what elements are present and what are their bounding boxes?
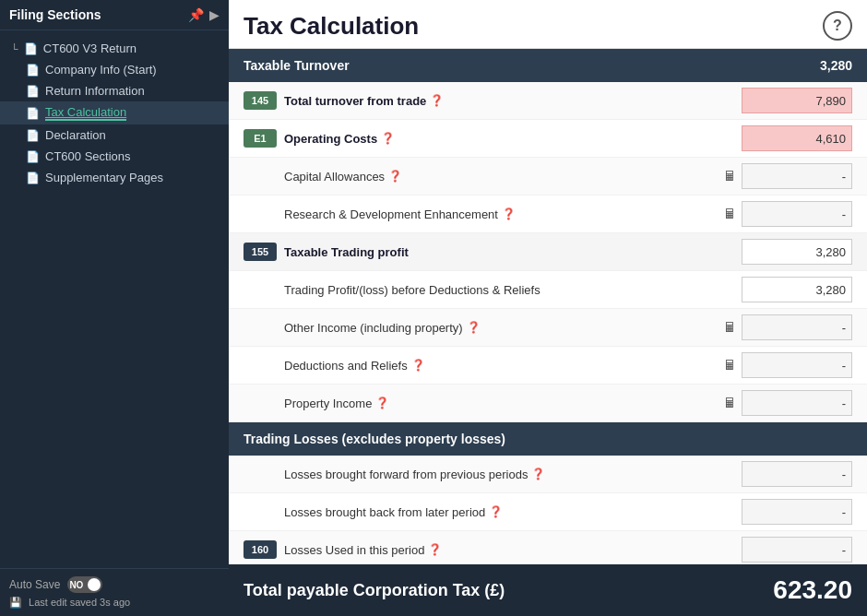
section-header-taxable-turnover: Taxable Turnover 3,280 bbox=[229, 49, 867, 82]
calc-icon[interactable]: 🖩 bbox=[723, 207, 736, 221]
field-deductions-reliefs: Deductions and Reliefs ❓ 🖩 bbox=[229, 347, 867, 385]
help-icon[interactable]: ❓ bbox=[428, 543, 442, 556]
field-label: Capital Allowances ❓ bbox=[284, 170, 723, 184]
field-label: Operating Costs ❓ bbox=[284, 132, 742, 146]
field-badge-e1: E1 bbox=[243, 129, 277, 148]
field-taxable-trading-profit: 155 Taxable Trading profit bbox=[229, 233, 867, 271]
field-label: Losses brought forward from previous per… bbox=[284, 468, 742, 481]
sidebar-item-label: Company Info (Start) bbox=[45, 63, 157, 77]
field-total-turnover: 145 Total turnover from trade ❓ bbox=[229, 82, 867, 120]
calc-icon[interactable]: 🖩 bbox=[723, 320, 736, 335]
sidebar-item-label: CT600 V3 Return bbox=[43, 41, 137, 55]
field-losses-forward: Losses brought forward from previous per… bbox=[229, 456, 867, 493]
field-input-losses-used[interactable] bbox=[742, 537, 852, 563]
main-content: Tax Calculation ? Taxable Turnover 3,280… bbox=[229, 0, 867, 616]
field-input-capital-allowances[interactable] bbox=[742, 163, 852, 189]
help-icon[interactable]: ❓ bbox=[531, 468, 545, 480]
help-icon[interactable]: ❓ bbox=[381, 132, 395, 145]
field-input-rd[interactable] bbox=[742, 201, 852, 227]
field-input-losses-forward[interactable] bbox=[742, 461, 852, 487]
field-label: Total turnover from trade ❓ bbox=[284, 94, 742, 108]
sidebar-title: Filing Sections bbox=[9, 7, 101, 22]
sidebar-item-ct600[interactable]: └ 📄 CT600 V3 Return bbox=[0, 38, 229, 59]
sidebar-footer: Auto Save NO 💾 Last edit saved 3s ago bbox=[0, 568, 229, 616]
last-edit-text: Last edit saved 3s ago bbox=[29, 597, 130, 608]
sidebar-item-label: Declaration bbox=[45, 128, 106, 142]
field-badge-160: 160 bbox=[243, 540, 277, 559]
total-footer: Total payable Corporation Tax (£) 623.20 bbox=[229, 564, 867, 616]
sidebar-item-ct600sections[interactable]: 📄 CT600 Sections bbox=[0, 146, 229, 167]
field-badge-145: 145 bbox=[243, 91, 277, 110]
total-label: Total payable Corporation Tax (£) bbox=[243, 581, 505, 600]
sidebar-item-return[interactable]: 📄 Return Information bbox=[0, 80, 229, 101]
doc-icon: 📄 bbox=[26, 172, 40, 184]
calc-icon[interactable]: 🖩 bbox=[723, 396, 736, 410]
sidebar-item-label: CT600 Sections bbox=[45, 149, 131, 163]
help-icon[interactable]: ❓ bbox=[489, 505, 503, 518]
doc-icon: 📄 bbox=[26, 64, 40, 77]
doc-icon: 📄 bbox=[26, 150, 40, 163]
sidebar-item-label: Return Information bbox=[45, 84, 145, 98]
help-icon[interactable]: ❓ bbox=[502, 207, 516, 220]
help-icon[interactable]: ❓ bbox=[467, 321, 481, 334]
help-icon[interactable]: ❓ bbox=[430, 94, 444, 107]
save-icon: 💾 bbox=[9, 597, 22, 608]
field-input-deductions[interactable] bbox=[742, 352, 852, 378]
field-label: Deductions and Reliefs ❓ bbox=[284, 359, 723, 373]
field-label: Losses brought back from later period ❓ bbox=[284, 505, 742, 519]
field-trading-profit-loss: Trading Profit/(loss) before Deductions … bbox=[229, 271, 867, 309]
section-header-trading-losses: Trading Losses (excludes property losses… bbox=[229, 422, 867, 456]
field-label: Research & Development Enhancement ❓ bbox=[284, 207, 723, 221]
field-label: Property Income ❓ bbox=[284, 397, 723, 410]
tree-expand-icon: └ bbox=[11, 43, 18, 54]
sidebar: Filing Sections 📌 ▶ └ 📄 CT600 V3 Return … bbox=[0, 0, 229, 616]
sidebar-item-label: Tax Calculation bbox=[45, 105, 126, 121]
field-input-total-turnover[interactable] bbox=[742, 88, 852, 113]
field-operating-costs: E1 Operating Costs ❓ bbox=[229, 120, 867, 158]
sidebar-item-declaration[interactable]: 📄 Declaration bbox=[0, 124, 229, 146]
field-rd-enhancement: Research & Development Enhancement ❓ 🖩 bbox=[229, 195, 867, 233]
sidebar-item-taxcalc[interactable]: 📄 Tax Calculation bbox=[0, 101, 229, 124]
sidebar-header: Filing Sections 📌 ▶ bbox=[0, 0, 229, 30]
field-property-income: Property Income ❓ 🖩 bbox=[229, 385, 867, 422]
field-label: Losses Used in this period ❓ bbox=[284, 543, 742, 557]
help-button[interactable]: ? bbox=[823, 11, 852, 41]
help-icon[interactable]: ❓ bbox=[388, 170, 402, 183]
field-losses-used: 160 Losses Used in this period ❓ bbox=[229, 531, 867, 564]
page-title: Tax Calculation bbox=[243, 12, 419, 41]
field-input-trading-profit[interactable] bbox=[742, 277, 852, 302]
calc-icon[interactable]: 🖩 bbox=[723, 358, 736, 373]
expand-icon[interactable]: ▶ bbox=[209, 7, 220, 22]
field-input-taxable-trading[interactable] bbox=[742, 239, 852, 265]
doc-icon: 📄 bbox=[26, 129, 40, 142]
field-input-other-income[interactable] bbox=[742, 314, 852, 340]
sidebar-item-company[interactable]: 📄 Company Info (Start) bbox=[0, 59, 229, 80]
toggle-label: NO bbox=[69, 580, 83, 590]
field-capital-allowances: Capital Allowances ❓ 🖩 bbox=[229, 158, 867, 195]
help-icon[interactable]: ❓ bbox=[375, 397, 389, 409]
toggle-knob bbox=[88, 578, 101, 591]
total-value: 623.20 bbox=[773, 575, 852, 605]
sidebar-header-actions: 📌 ▶ bbox=[188, 7, 220, 22]
section-label: Trading Losses (excludes property losses… bbox=[243, 432, 505, 446]
field-label: Trading Profit/(loss) before Deductions … bbox=[284, 283, 742, 297]
sidebar-item-label: Supplementary Pages bbox=[45, 171, 163, 184]
help-icon[interactable]: ❓ bbox=[411, 359, 425, 372]
doc-icon-active: 📄 bbox=[26, 107, 40, 120]
sidebar-tree: └ 📄 CT600 V3 Return 📄 Company Info (Star… bbox=[0, 30, 229, 568]
autosave-label: Auto Save bbox=[9, 578, 60, 591]
field-label: Taxable Trading profit bbox=[284, 245, 742, 259]
field-input-operating-costs[interactable] bbox=[742, 125, 852, 151]
section-value: 3,280 bbox=[820, 58, 852, 73]
section-label: Taxable Turnover bbox=[243, 58, 350, 73]
doc-icon: 📄 bbox=[24, 42, 38, 55]
doc-icon: 📄 bbox=[26, 85, 40, 98]
field-input-property-income[interactable] bbox=[742, 390, 852, 416]
autosave-toggle[interactable]: NO bbox=[67, 576, 102, 593]
pin-icon[interactable]: 📌 bbox=[188, 7, 204, 22]
last-edit: 💾 Last edit saved 3s ago bbox=[9, 597, 220, 609]
field-badge-155: 155 bbox=[243, 243, 277, 261]
calc-icon[interactable]: 🖩 bbox=[723, 169, 736, 184]
field-input-losses-back[interactable] bbox=[742, 499, 852, 525]
sidebar-item-supplementary[interactable]: 📄 Supplementary Pages bbox=[0, 167, 229, 188]
